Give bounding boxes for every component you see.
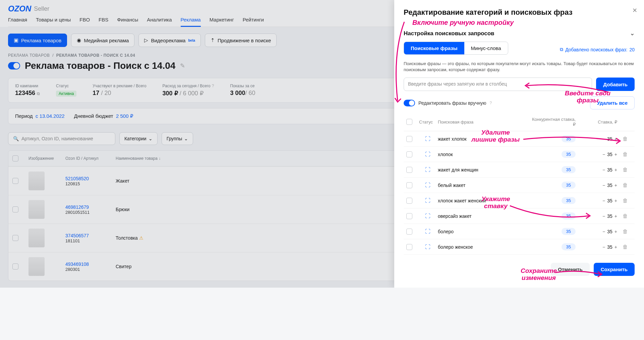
phrase-input[interactable]: Введите фразы через запятую или в столбе… [404, 78, 592, 91]
nav-FBO[interactable]: FBO [79, 17, 90, 27]
row-checkbox[interactable] [12, 206, 18, 212]
chevron-down-icon[interactable]: ⌄ [630, 30, 635, 37]
competitive-bid[interactable]: 35 [562, 228, 576, 235]
nav-Товары и цены[interactable]: Товары и цены [36, 17, 71, 27]
nav-Рейтинги[interactable]: Рейтинги [243, 17, 264, 27]
phrase-checkbox[interactable] [406, 213, 412, 219]
bid-stepper[interactable]: − 35 + [577, 198, 617, 203]
bid-stepper[interactable]: − 35 + [577, 229, 617, 234]
campaign-toggle[interactable] [8, 62, 20, 69]
minus-icon[interactable]: − [602, 136, 605, 142]
phrase-checkbox[interactable] [406, 229, 412, 235]
competitive-bid[interactable]: 35 [562, 212, 576, 220]
nav-Реклама[interactable]: Реклама [181, 17, 201, 27]
manual-edit-toggle[interactable] [404, 100, 415, 106]
competitive-bid[interactable]: 35 [562, 243, 576, 250]
minus-icon[interactable]: − [602, 229, 605, 234]
select-all-phrases[interactable] [406, 119, 412, 125]
select-all-checkbox[interactable] [12, 155, 18, 161]
competitive-bid[interactable]: 35 [562, 166, 576, 173]
trash-icon[interactable]: 🗑 [619, 151, 632, 157]
plus-icon[interactable]: + [614, 198, 617, 203]
competitive-bid[interactable]: 35 [562, 182, 576, 189]
cancel-button[interactable]: Отменить [551, 263, 589, 276]
phrase-checkbox[interactable] [406, 182, 412, 188]
plus-icon[interactable]: + [614, 229, 617, 234]
minus-icon[interactable]: − [602, 244, 605, 250]
ozon-id[interactable]: 521058520 [65, 176, 116, 181]
tab-product-ads[interactable]: ▣ Реклама товаров [8, 34, 67, 47]
save-button[interactable]: Сохранить [594, 263, 635, 276]
nav-Финансы[interactable]: Финансы [117, 17, 138, 27]
bid-stepper[interactable]: − 35 + [577, 213, 617, 219]
trash-icon[interactable]: 🗑 [619, 182, 632, 188]
plus-icon[interactable]: + [614, 152, 617, 157]
expand-icon[interactable]: ⛶ [419, 198, 436, 204]
nav-Аналитика[interactable]: Аналитика [147, 17, 172, 27]
expand-icon[interactable]: ⛶ [419, 136, 436, 142]
nav-Маркетинг[interactable]: Маркетинг [210, 17, 234, 27]
trash-icon[interactable]: 🗑 [619, 213, 632, 219]
minus-icon[interactable]: − [602, 213, 605, 219]
help-icon[interactable]: ? [212, 84, 214, 88]
copy-icon[interactable]: ⧉ [37, 91, 40, 96]
plus-icon[interactable]: + [614, 167, 617, 173]
phrase-checkbox[interactable] [406, 167, 412, 173]
plus-icon[interactable]: + [614, 136, 617, 142]
groups-select[interactable]: Группы ⌄ [162, 132, 193, 145]
minus-icon[interactable]: − [602, 167, 605, 173]
expand-icon[interactable]: ⛶ [419, 229, 436, 235]
help-icon[interactable]: ? [490, 101, 492, 105]
trash-icon[interactable]: 🗑 [619, 198, 632, 204]
plus-icon[interactable]: + [614, 183, 617, 188]
nav-Главная[interactable]: Главная [8, 17, 27, 27]
phrase-checkbox[interactable] [406, 198, 412, 204]
plus-icon[interactable]: + [614, 213, 617, 219]
minus-icon[interactable]: − [602, 152, 605, 157]
tab-search-promo[interactable]: ⇡ Продвижение в поиске [205, 34, 277, 47]
bid-stepper[interactable]: − 35 + [577, 136, 617, 142]
close-icon[interactable]: ✕ [632, 7, 637, 14]
copy-icon[interactable]: ⧉ [560, 47, 563, 52]
plus-icon[interactable]: + [614, 244, 617, 250]
trash-icon[interactable]: 🗑 [619, 244, 632, 250]
trash-icon[interactable]: 🗑 [619, 229, 632, 235]
period-value[interactable]: с 13.04.2022 [36, 113, 65, 119]
minus-icon[interactable]: − [602, 198, 605, 203]
row-checkbox[interactable] [12, 235, 18, 241]
nav-FBS[interactable]: FBS [99, 17, 108, 27]
bid-stepper[interactable]: − 35 + [577, 152, 617, 157]
phrase-checkbox[interactable] [406, 151, 412, 157]
competitive-bid[interactable]: 35 [562, 135, 576, 142]
ozon-id[interactable]: 374506577 [65, 233, 116, 238]
competitive-bid[interactable]: 35 [562, 197, 576, 204]
ozon-id[interactable]: 469812679 [65, 204, 116, 210]
search-input[interactable]: 🔍 Артикул, Ozon ID, наименование [8, 132, 115, 145]
expand-icon[interactable]: ⛶ [419, 151, 436, 157]
tab-phrases[interactable]: Поисковые фразы [404, 42, 464, 54]
budget-value[interactable]: 2 500 ₽ [116, 113, 133, 119]
expand-icon[interactable]: ⛶ [419, 167, 436, 173]
bid-stepper[interactable]: − 35 + [577, 183, 617, 188]
delete-all-button[interactable]: Удалить все [590, 96, 635, 109]
ozon-id[interactable]: 493469108 [65, 261, 116, 267]
expand-icon[interactable]: ⛶ [419, 244, 436, 250]
row-checkbox[interactable] [12, 178, 18, 184]
competitive-bid[interactable]: 35 [562, 151, 576, 158]
tab-video-ads[interactable]: ▷ Видеорекламаbeta [138, 34, 201, 47]
trash-icon[interactable]: 🗑 [619, 136, 632, 142]
bid-stepper[interactable]: − 35 + [577, 244, 617, 250]
phrase-checkbox[interactable] [406, 244, 412, 250]
row-checkbox[interactable] [12, 263, 18, 270]
expand-icon[interactable]: ⛶ [419, 213, 436, 219]
categories-select[interactable]: Категории ⌄ [119, 132, 158, 145]
tab-media-ads[interactable]: ◉ Медийная реклама [71, 34, 134, 47]
add-button[interactable]: Добавить [596, 78, 635, 91]
expand-icon[interactable]: ⛶ [419, 182, 436, 188]
breadcrumb-root[interactable]: РЕКЛАМА ТОВАРОВ [8, 53, 50, 58]
tab-minus-words[interactable]: Минус-слова [464, 42, 508, 54]
trash-icon[interactable]: 🗑 [619, 167, 632, 173]
edit-title-icon[interactable]: ✎ [180, 62, 185, 69]
bid-stepper[interactable]: − 35 + [577, 167, 617, 173]
phrase-checkbox[interactable] [406, 136, 412, 142]
